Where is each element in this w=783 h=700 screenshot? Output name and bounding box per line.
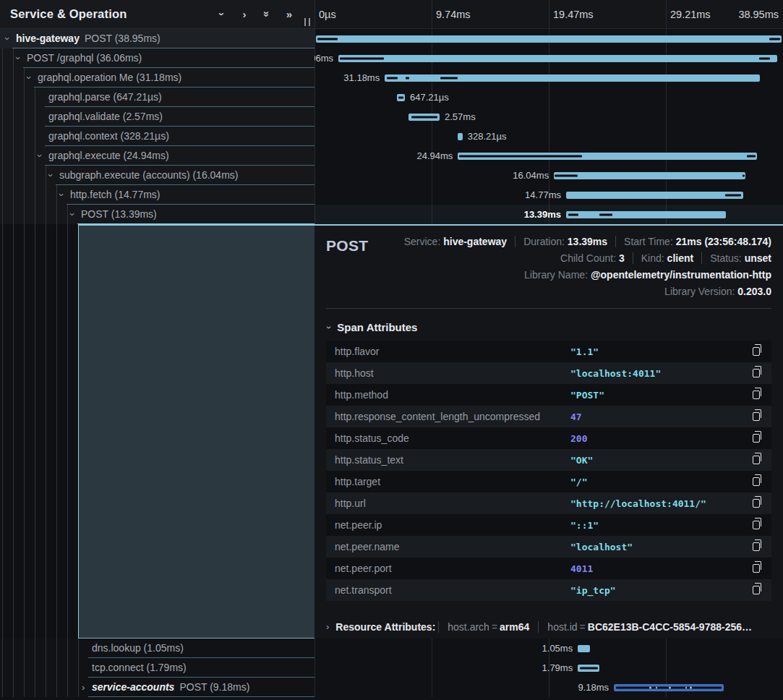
- span-bar[interactable]: [614, 684, 724, 691]
- copy-icon[interactable]: [753, 499, 760, 508]
- collapse-all-icon[interactable]: »: [261, 9, 273, 20]
- span-tree-cell[interactable]: dns.lookup (1.05ms): [0, 639, 315, 658]
- chevron-down-icon: ›: [325, 325, 333, 328]
- span-timeline-cell[interactable]: 328.21µs: [315, 127, 783, 146]
- chevron-right-icon[interactable]: ›: [82, 678, 85, 697]
- chevron-down-icon[interactable]: ›: [25, 76, 34, 79]
- span-operation-label: POST /graphql (36.06ms): [27, 52, 142, 64]
- span-bar[interactable]: [338, 55, 777, 62]
- span-tree-cell[interactable]: › graphql.operation Me (31.18ms): [0, 68, 315, 88]
- span-row-graphql-validate: graphql.validate (2.57ms) 2.57ms: [0, 107, 783, 127]
- span-timeline-cell[interactable]: 24.94ms: [315, 146, 783, 166]
- span-bar[interactable]: [458, 133, 462, 140]
- chevron-down-icon[interactable]: ›: [14, 56, 23, 59]
- span-bar[interactable]: [316, 35, 782, 43]
- copy-icon[interactable]: [753, 390, 760, 399]
- span-tree-cell[interactable]: graphql.validate (2.57ms): [0, 107, 315, 127]
- attribute-value: "::1": [570, 520, 753, 531]
- span-bar[interactable]: [566, 211, 726, 218]
- span-bar[interactable]: [566, 192, 743, 199]
- span-row-http-fetch: › http.fetch (14.77ms) 14.77ms: [0, 185, 783, 205]
- span-timeline-cell[interactable]: 647.21µs: [315, 88, 783, 107]
- span-operation-label: graphql.execute (24.94ms): [48, 150, 169, 161]
- start-time-label: Start Time:: [624, 236, 673, 247]
- attribute-row[interactable]: http.flavor "1.1": [326, 341, 771, 362]
- span-timeline-cell[interactable]: 36.06ms: [315, 48, 783, 68]
- span-timeline-cell[interactable]: 16.04ms: [315, 166, 783, 185]
- copy-icon[interactable]: [753, 456, 760, 464]
- span-bar[interactable]: [397, 94, 405, 101]
- chevron-down-icon[interactable]: ›: [57, 193, 67, 196]
- copy-icon[interactable]: [753, 347, 760, 356]
- span-bar[interactable]: [578, 665, 599, 672]
- tick-label: 9.74ms: [436, 0, 471, 29]
- span-tree-cell[interactable]: › graphql.execute (24.94ms): [0, 146, 315, 166]
- span-tree-cell[interactable]: graphql.context (328.21µs): [0, 127, 315, 146]
- span-tree-cell[interactable]: › POST /graphql (36.06ms): [0, 48, 315, 68]
- child-span-segment: [459, 155, 582, 157]
- chevron-down-icon[interactable]: ›: [68, 213, 77, 215]
- span-operation-label: tcp.connect (1.79ms): [92, 662, 187, 673]
- copy-icon[interactable]: [753, 477, 760, 486]
- attribute-row[interactable]: http.status_code 200: [326, 427, 771, 449]
- expand-one-icon[interactable]: ›: [239, 8, 249, 20]
- chevron-down-icon[interactable]: ›: [35, 154, 45, 157]
- chevron-down-icon[interactable]: ›: [46, 174, 56, 176]
- resource-key: host.arch: [448, 621, 489, 633]
- attribute-row[interactable]: net.peer.port 4011: [326, 558, 771, 579]
- copy-icon[interactable]: [753, 521, 760, 529]
- attribute-row[interactable]: net.transport "ip_tcp": [326, 579, 771, 601]
- span-timeline-cell[interactable]: 31.18ms: [315, 68, 783, 88]
- span-timeline-cell[interactable]: [315, 29, 783, 48]
- copy-icon[interactable]: [753, 412, 760, 421]
- span-row-graphql-execute: › graphql.execute (24.94ms) 24.94ms: [0, 146, 783, 166]
- span-row-subgraph-execute: › subgraph.execute (accounts) (16.04ms) …: [0, 166, 783, 185]
- span-duration-label: 2.57ms: [445, 107, 476, 127]
- copy-icon[interactable]: [753, 434, 760, 443]
- span-tree-cell[interactable]: › subgraph.execute (accounts) (16.04ms): [0, 166, 315, 185]
- attribute-row[interactable]: http.status_text "OK": [326, 449, 771, 471]
- copy-icon[interactable]: [753, 586, 760, 594]
- header-bar: Service & Operation › › » » 0µs 9.74ms 1…: [0, 0, 783, 29]
- attribute-row[interactable]: http.target "/": [326, 471, 771, 492]
- span-detail-band: POST Service: hive-gateway Duration: 13.…: [0, 224, 783, 639]
- copy-icon[interactable]: [753, 564, 760, 573]
- span-timeline-cell[interactable]: 2.57ms: [315, 107, 783, 127]
- span-timeline-cell[interactable]: 1.79ms: [315, 658, 783, 678]
- span-tree-cell[interactable]: › http.fetch (14.77ms): [0, 185, 315, 205]
- collapse-one-icon[interactable]: ›: [216, 9, 228, 20]
- resource-attributes-row[interactable]: › Resource Attributes: host.arch=arm64 h…: [326, 617, 771, 636]
- attribute-row[interactable]: net.peer.ip "::1": [326, 514, 771, 536]
- span-tree-cell[interactable]: › service-accounts POST (9.18ms): [0, 678, 315, 697]
- span-bar[interactable]: [458, 153, 757, 160]
- resource-key: host.id: [547, 621, 577, 633]
- copy-icon[interactable]: [753, 369, 760, 377]
- panel-resize-handle[interactable]: [304, 18, 310, 26]
- attribute-row[interactable]: http.url "http://localhost:4011/": [326, 492, 771, 514]
- span-timeline-cell[interactable]: 9.18ms: [315, 678, 783, 697]
- chevron-down-icon[interactable]: ›: [3, 37, 12, 40]
- span-operation-label: graphql.operation Me (31.18ms): [38, 72, 181, 83]
- span-bar[interactable]: [408, 114, 440, 121]
- span-bar[interactable]: [578, 645, 590, 652]
- span-timeline-cell[interactable]: 14.77ms: [315, 185, 783, 205]
- child-span-segment: [568, 213, 578, 215]
- span-tree-cell[interactable]: tcp.connect (1.79ms): [0, 658, 315, 678]
- attribute-row[interactable]: net.peer.name "localhost": [326, 536, 771, 558]
- span-bar[interactable]: [554, 172, 745, 179]
- span-tree-cell[interactable]: graphql.parse (647.21µs): [0, 88, 315, 107]
- span-timeline-cell[interactable]: 13.39ms: [315, 205, 783, 224]
- attribute-row[interactable]: http.host "localhost:4011": [326, 362, 771, 384]
- copy-icon[interactable]: [753, 542, 760, 551]
- span-operation-label: POST (13.39ms): [81, 208, 157, 220]
- attribute-row[interactable]: http.response_content_length_uncompresse…: [326, 406, 771, 427]
- expand-all-icon[interactable]: »: [284, 8, 294, 20]
- attribute-row[interactable]: http.method "POST": [326, 384, 771, 406]
- span-tree-cell[interactable]: › POST (13.39ms): [0, 205, 315, 224]
- span-timeline-cell[interactable]: 1.05ms: [315, 639, 783, 658]
- child-span-segment: [649, 686, 651, 688]
- timeline-ruler: 0µs 9.74ms 19.47ms 29.21ms 38.95ms: [315, 0, 783, 28]
- span-bar[interactable]: [385, 74, 760, 82]
- span-attributes-toggle[interactable]: › Span Attributes: [328, 321, 771, 333]
- span-tree-cell[interactable]: › hive-gateway POST (38.95ms): [0, 29, 315, 48]
